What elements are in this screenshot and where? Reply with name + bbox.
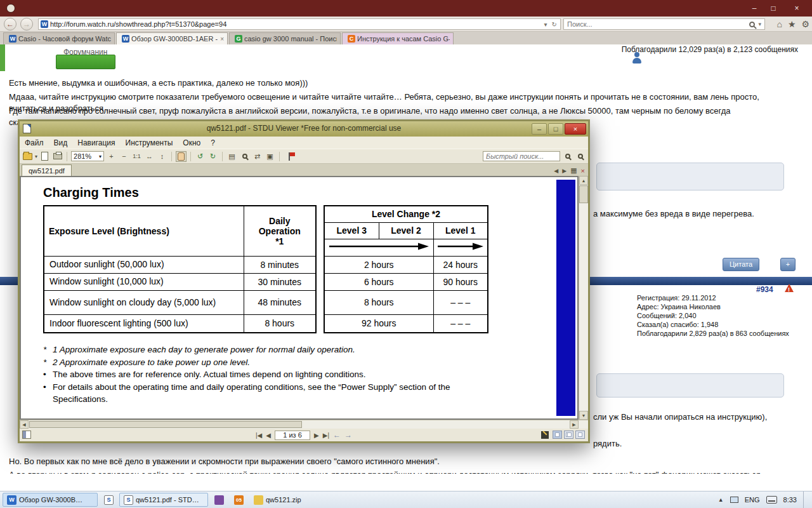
display-tray-icon[interactable] — [730, 497, 738, 503]
taskbar-button-stdu[interactable]: S qw5121.pdf - STDU V... — [119, 493, 208, 507]
menu-navigation[interactable]: Навигация — [72, 138, 120, 147]
copy-icon[interactable]: ▣ — [265, 151, 275, 162]
tray-expand-icon[interactable]: ▲ — [718, 497, 724, 503]
panel-toggle-icon[interactable] — [22, 431, 31, 439]
search-box[interactable]: ▾ — [563, 18, 765, 30]
document-tab[interactable]: qw5121.pdf — [22, 164, 72, 176]
menu-help[interactable]: ? — [206, 138, 220, 147]
report-icon[interactable]: ! — [785, 284, 794, 292]
print-icon[interactable] — [52, 151, 63, 162]
taskbar-button-zip[interactable]: qw5121.zip — [249, 493, 320, 507]
close-doc-icon[interactable]: × — [581, 167, 585, 175]
export-icon[interactable] — [39, 151, 50, 162]
menu-window[interactable]: Окно — [178, 138, 206, 147]
next-page-button[interactable]: ▶ — [314, 432, 319, 439]
stdu-maximize-button[interactable]: □ — [548, 123, 563, 135]
quick-search-input[interactable] — [483, 152, 560, 161]
scroll-up-icon[interactable]: ▲ — [579, 176, 588, 185]
rotate-left-icon[interactable]: ↺ — [195, 151, 206, 162]
table-row: Indoor fluorescent lighting (500 lux) 8 … — [44, 314, 488, 333]
quote-button[interactable]: Цитата — [723, 258, 759, 271]
history-back-button[interactable]: ← — [333, 431, 341, 439]
tab-close-icon[interactable]: × — [218, 36, 224, 43]
scroll-left-icon[interactable]: ◀ — [20, 420, 29, 429]
annotate-icon[interactable] — [541, 431, 549, 439]
clock[interactable]: 8:33 — [783, 496, 797, 504]
forward-button[interactable]: → — [20, 18, 33, 30]
page-indicator[interactable]: 1 из 6 — [275, 431, 310, 440]
scroll-down-icon[interactable]: ▼ — [579, 411, 588, 420]
first-page-button[interactable]: |◀ — [256, 432, 262, 439]
rotate-right-icon[interactable]: ↻ — [207, 151, 218, 162]
browser-minimize-button[interactable]: – — [745, 1, 764, 15]
vertical-scroll-thumb[interactable] — [579, 185, 588, 203]
menu-view[interactable]: Вид — [49, 138, 73, 147]
footnote-1: *1 Approximate exposure each day to gene… — [43, 344, 488, 356]
stdu-titlebar[interactable]: qw5121.pdf - STDU Viewer *Free for non-c… — [20, 121, 588, 137]
quote-box — [596, 163, 784, 190]
tab-search-manual[interactable]: G casio gw 3000 manual - Поиск... — [229, 32, 341, 44]
show-desktop-button[interactable] — [803, 491, 807, 508]
previous-page-button[interactable]: ◀ — [266, 432, 271, 439]
doc-list-icon[interactable]: ▦ — [570, 166, 577, 175]
last-page-button[interactable]: ▶| — [323, 432, 329, 439]
zoom-in-icon[interactable]: + — [106, 151, 117, 162]
url-input[interactable] — [50, 20, 541, 28]
browser-titlebar[interactable]: – □ × — [0, 0, 812, 17]
zoom-combo[interactable]: 281% ▾ — [71, 151, 104, 161]
thumbnails-icon[interactable]: ▤ — [226, 151, 237, 162]
hand-tool-icon[interactable] — [176, 151, 187, 162]
keyboard-icon[interactable] — [766, 496, 777, 504]
fit-page-icon[interactable]: ↕ — [157, 151, 167, 162]
menu-tools[interactable]: Инструменты — [121, 138, 178, 147]
find-previous-icon[interactable] — [562, 151, 573, 162]
taskbar-button-browser[interactable]: W Обзор GW-3000BD-... — [3, 493, 98, 507]
url-dropdown-icon[interactable]: ▾ — [544, 21, 547, 28]
language-indicator[interactable]: ENG — [745, 496, 760, 504]
taskbar-pinned-app-purple[interactable] — [210, 493, 228, 507]
taskbar-pinned-app-05[interactable]: 05 — [230, 493, 247, 507]
facing-pages-view-button[interactable] — [564, 431, 573, 439]
search-dropdown-icon[interactable]: ▾ — [755, 21, 764, 27]
open-dropdown-icon[interactable]: ▾ — [35, 154, 37, 159]
fit-width-icon[interactable]: ↔ — [144, 151, 155, 162]
tab-casio-forum[interactable]: W Casio - Часовой форум Watc... — [3, 32, 115, 44]
highlight-flag-icon[interactable] — [284, 151, 294, 162]
search-input[interactable] — [564, 20, 749, 28]
user-icon[interactable] — [632, 52, 642, 64]
search-icon[interactable] — [749, 22, 755, 27]
multiquote-button[interactable]: + — [780, 258, 796, 271]
back-button[interactable]: ← — [4, 18, 16, 30]
browser-maximize-button[interactable]: □ — [764, 1, 783, 15]
horizontal-scroll-thumb[interactable] — [29, 421, 302, 428]
prev-doc-icon[interactable]: ◀ — [554, 168, 558, 174]
quick-search-box[interactable] — [483, 151, 560, 161]
swap-pages-icon[interactable]: ⇄ — [252, 151, 263, 162]
book-view-button[interactable] — [575, 431, 585, 439]
url-bar[interactable]: W ▾ ↻ — [38, 18, 561, 30]
refresh-button[interactable]: ↻ — [552, 21, 557, 28]
actual-size-icon[interactable]: 1:1 — [131, 151, 142, 162]
open-file-icon[interactable] — [22, 151, 33, 162]
single-page-view-button[interactable] — [553, 431, 562, 439]
taskbar-pinned-stdu[interactable]: S — [100, 493, 117, 507]
menu-file[interactable]: Файл — [20, 138, 49, 147]
tab-instruction-casio[interactable]: C Инструкция к часам Casio G-... — [342, 32, 454, 44]
level2-cell: Level 2 — [379, 222, 433, 239]
browser-close-button[interactable]: × — [783, 1, 811, 15]
tab-obzor-gw3000[interactable]: W Обзор GW-3000BD-1AER - ... × — [116, 32, 228, 44]
history-forward-button[interactable]: → — [344, 431, 352, 439]
horizontal-scrollbar[interactable]: ◀ ▶ — [20, 420, 588, 429]
stdu-close-button[interactable]: × — [565, 123, 586, 135]
search-panel-icon[interactable] — [239, 151, 250, 162]
scroll-right-icon[interactable]: ▶ — [570, 420, 579, 429]
vertical-scrollbar[interactable]: ▲ ▼ — [579, 176, 588, 420]
next-doc-icon[interactable]: ▶ — [562, 168, 566, 174]
find-next-icon[interactable] — [575, 151, 586, 162]
favorites-icon[interactable]: ★ — [788, 18, 796, 30]
gear-icon[interactable]: ⚙ — [801, 18, 809, 30]
zoom-out-icon[interactable]: − — [119, 151, 129, 162]
stdu-minimize-button[interactable]: – — [532, 123, 547, 135]
home-icon[interactable]: ⌂ — [776, 18, 782, 30]
zoom-dropdown-icon[interactable]: ▾ — [99, 154, 102, 159]
